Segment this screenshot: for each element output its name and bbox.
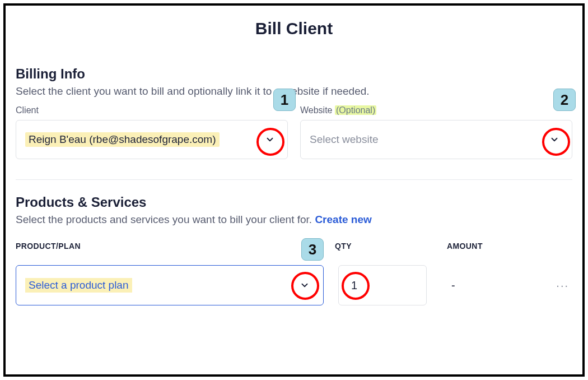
col-header-qty: QTY — [335, 242, 447, 251]
row-more-button[interactable]: ··· — [556, 279, 572, 292]
website-select[interactable]: Select website — [300, 120, 572, 159]
qty-input[interactable] — [338, 265, 427, 305]
products-desc: Select the products and services you wan… — [16, 214, 572, 226]
annotation-marker-3: 3 — [301, 238, 324, 261]
product-row: Select a product plan - ··· 3 — [16, 265, 572, 305]
annotation-marker-1: 1 — [273, 89, 296, 111]
section-divider — [16, 179, 572, 180]
amount-value: - — [427, 279, 556, 292]
products-heading: Products & Services — [16, 194, 572, 210]
website-select-placeholder: Select website — [310, 133, 379, 146]
client-select-value: Reign B'eau (rbe@shadesofgrape.com) — [25, 132, 220, 147]
annotation-marker-2: 2 — [553, 89, 576, 111]
chevron-down-icon — [265, 135, 275, 145]
client-field-label: Client — [16, 105, 288, 115]
chevron-down-icon — [549, 135, 559, 145]
website-field-label: Website (Optional) — [300, 105, 572, 115]
product-plan-select[interactable]: Select a product plan — [16, 265, 324, 305]
client-select[interactable]: Reign B'eau (rbe@shadesofgrape.com) — [16, 120, 288, 159]
optional-badge: (Optional) — [335, 105, 376, 115]
create-new-link[interactable]: Create new — [315, 214, 371, 225]
page-title: Bill Client — [16, 19, 572, 38]
chevron-down-icon — [300, 280, 310, 290]
product-plan-placeholder: Select a product plan — [25, 278, 132, 293]
products-table-header: PRODUCT/PLAN QTY AMOUNT — [16, 242, 572, 251]
billing-info-heading: Billing Info — [16, 66, 572, 82]
col-header-amount: AMOUNT — [447, 242, 572, 251]
col-header-product: PRODUCT/PLAN — [16, 242, 335, 251]
